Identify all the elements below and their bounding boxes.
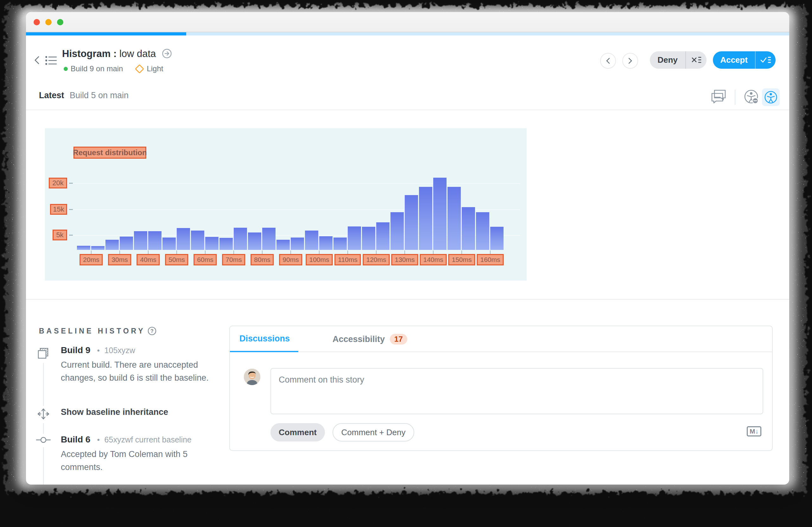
- baseline-history-heading: BASELINE HISTORY ?: [39, 326, 157, 336]
- histogram-bar: [205, 237, 218, 250]
- y-axis-label: 5k: [53, 230, 67, 240]
- build-progress-bar: [26, 32, 789, 35]
- accessibility-count-badge: 17: [390, 334, 407, 345]
- x-axis-label: 150ms: [448, 254, 475, 265]
- x-axis-label: 100ms: [306, 254, 333, 265]
- active-tab-underline: [230, 351, 298, 352]
- histogram-bar: [305, 231, 318, 250]
- theme-diamond-icon: [135, 64, 144, 73]
- prev-story-button[interactable]: [600, 53, 616, 69]
- tab-discussions[interactable]: Discussions: [240, 334, 290, 343]
- histogram-bar: [262, 228, 276, 250]
- histogram-bar: [419, 187, 432, 250]
- story-snapshot[interactable]: Request distribution 20k15k5k 20ms30ms40…: [45, 128, 527, 281]
- help-icon[interactable]: ?: [147, 326, 157, 336]
- deny-all-icon[interactable]: [686, 51, 707, 69]
- latest-label: Latest: [39, 91, 64, 100]
- build-hash: 105xyzw: [104, 346, 135, 355]
- sidebar-list-icon[interactable]: [45, 56, 58, 67]
- timeline-line: [43, 363, 44, 485]
- histogram-bar: [291, 237, 304, 250]
- histogram-bar: [148, 231, 161, 250]
- histogram-bar: [433, 178, 447, 250]
- histogram-bar: [490, 227, 504, 250]
- chart-title: Request distribution: [73, 147, 146, 159]
- build-progress-fill: [26, 32, 186, 35]
- theme-label: Light: [147, 64, 163, 73]
- commit-icon: [35, 434, 51, 447]
- x-axis-label: 140ms: [420, 254, 447, 265]
- y-tick-mark: [69, 209, 73, 210]
- deny-split-button: Deny: [650, 51, 707, 69]
- build-status-text: Build 9 on main: [71, 64, 123, 73]
- build-entry-body: Current build. There are unaccepted chan…: [61, 358, 214, 384]
- comment-input[interactable]: [271, 368, 763, 414]
- inheritance-icon: [37, 406, 50, 423]
- tab-label: Discussions: [240, 334, 290, 343]
- build-name: Build 6: [61, 435, 90, 444]
- histogram-bar: [348, 226, 361, 250]
- page-title: Histogram : low data: [62, 48, 172, 60]
- x-axis-label: 80ms: [250, 254, 274, 265]
- title-separator: :: [113, 48, 117, 59]
- build-baseline-meta: 65xyzwf current baseline: [104, 435, 192, 444]
- bullet-separator: •: [97, 346, 99, 355]
- next-story-button[interactable]: [622, 53, 638, 69]
- close-button[interactable]: [33, 19, 40, 25]
- histogram-bar: [462, 207, 475, 250]
- zoom-button[interactable]: [57, 19, 63, 25]
- accessibility-off-icon[interactable]: [744, 89, 759, 105]
- histogram-bar: [319, 236, 333, 250]
- comments-icon[interactable]: [710, 89, 726, 105]
- build-status-dot: [64, 67, 68, 71]
- component-name: Histogram: [62, 48, 111, 59]
- go-to-story-icon[interactable]: [162, 48, 172, 59]
- bullet-separator: •: [97, 436, 99, 444]
- tab-bar: Discussions Accessibility 17: [230, 326, 772, 352]
- tab-accessibility[interactable]: Accessibility 17: [333, 334, 407, 345]
- deny-button[interactable]: Deny: [650, 51, 686, 69]
- svg-text:?: ?: [150, 328, 154, 334]
- x-axis-label: 160ms: [477, 254, 504, 265]
- histogram-bar: [248, 233, 261, 250]
- x-axis-label: 130ms: [391, 254, 418, 265]
- x-axis-label: 60ms: [193, 254, 217, 265]
- section-divider: [26, 299, 789, 299]
- x-axis-label: 30ms: [108, 254, 131, 265]
- histogram-bar: [91, 246, 104, 250]
- comment-button[interactable]: Comment: [271, 423, 325, 441]
- histogram-bar: [234, 228, 247, 250]
- latest-build-row: Latest Build 5 on main: [26, 83, 789, 110]
- x-axis-label: 50ms: [165, 254, 188, 265]
- histogram-bar: [219, 238, 233, 250]
- build-entry-title: Build 9 • 105xyzw: [61, 345, 135, 355]
- histogram-bar: [476, 212, 489, 250]
- histogram-bar: [105, 240, 119, 250]
- accept-split-button: Accept: [713, 51, 775, 69]
- minimize-button[interactable]: [45, 19, 52, 25]
- back-chevron-icon[interactable]: [33, 55, 41, 67]
- markdown-icon[interactable]: M↓: [747, 426, 761, 436]
- y-axis-label: 15k: [50, 204, 67, 215]
- histogram-bar: [77, 246, 90, 250]
- histogram-bar: [177, 228, 190, 250]
- show-baseline-inheritance-link[interactable]: Show baseline inheritance: [61, 407, 168, 417]
- y-tick-mark: [69, 183, 73, 184]
- histogram-bar: [376, 222, 390, 250]
- x-axis-label: 120ms: [363, 254, 390, 265]
- latest-build-text: Build 5 on main: [70, 91, 129, 100]
- avatar: [244, 369, 260, 385]
- app-window: Histogram : low data Build 9 on main Lig…: [26, 12, 789, 485]
- snapshot-diff-icon: [37, 345, 50, 363]
- accessibility-on-icon[interactable]: [762, 88, 780, 106]
- accept-all-icon[interactable]: [756, 51, 775, 69]
- build-entry-title: Build 6 • 65xyzwf current baseline: [61, 435, 192, 445]
- accept-button[interactable]: Accept: [713, 51, 756, 69]
- y-axis-label: 20k: [49, 178, 67, 188]
- x-axis-label: 40ms: [136, 254, 160, 265]
- comment-deny-button[interactable]: Comment + Deny: [333, 423, 414, 441]
- x-axis-label: 70ms: [222, 254, 245, 265]
- histogram-bar: [162, 237, 176, 250]
- build-subtitle: Build 9 on main Light: [62, 64, 163, 73]
- y-tick-mark: [69, 235, 73, 236]
